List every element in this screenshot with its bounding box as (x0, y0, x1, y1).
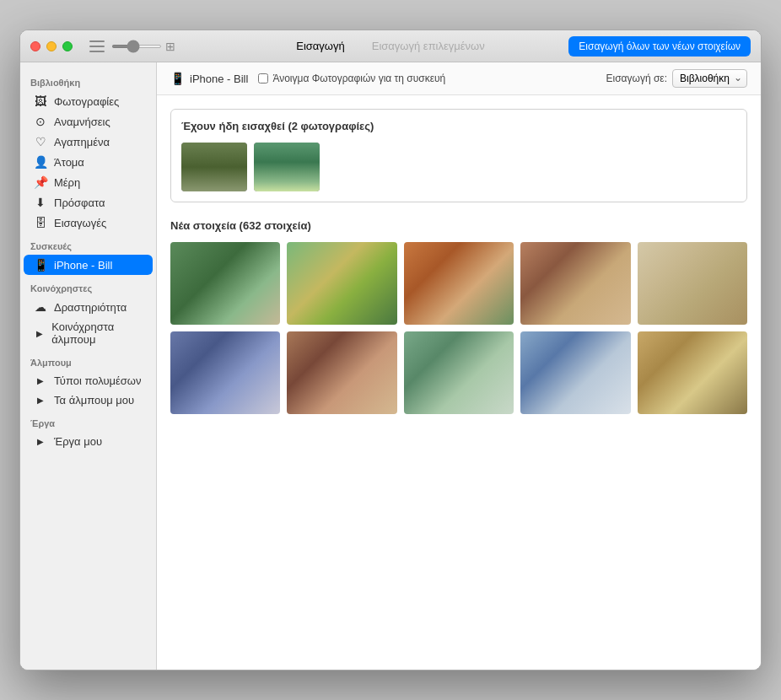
device-phone-icon: 📱 (170, 72, 185, 85)
memories-icon: ⊙ (34, 115, 47, 128)
open-photos-checkbox-label[interactable]: Άνοιγμα Φωτογραφιών για τη συσκευή (258, 73, 445, 84)
recents-icon: ⬇ (34, 196, 47, 209)
sidebar-item-favorites-label: Αγαπημένα (54, 136, 110, 148)
import-all-button[interactable]: Εισαγωγή όλων των νέων στοιχείων (568, 36, 751, 57)
new-photo-10[interactable] (638, 331, 747, 414)
sidebar-item-photos-label: Φωτογραφίες (54, 95, 119, 108)
import-to-control: Εισαγωγή σε: Βιβλιοθήκη (606, 69, 747, 88)
new-photo-5[interactable] (638, 242, 747, 325)
tab-import[interactable]: Εισαγωγή (283, 36, 358, 56)
tab-import-selected[interactable]: Εισαγωγή επιλεγμένων (358, 36, 498, 56)
sidebar-item-imports-label: Εισαγωγές (54, 217, 106, 229)
new-photo-6[interactable] (170, 331, 280, 414)
open-photos-label-text: Άνοιγμα Φωτογραφιών για τη συσκευή (272, 73, 445, 84)
new-items-header: Νέα στοιχεία (632 στοιχεία) (170, 219, 747, 232)
new-photo-4[interactable] (520, 242, 630, 325)
sidebar-item-photos[interactable]: 🖼 Φωτογραφίες (24, 91, 153, 111)
sidebar-item-shared-albums-label: Κοινόχρηστα άλμπουμ (51, 320, 143, 346)
my-projects-icon: ▶ (34, 437, 47, 446)
sidebar-item-people-label: Άτομα (54, 156, 84, 169)
sidebar-item-favorites[interactable]: ♡ Αγαπημένα (24, 132, 153, 152)
imports-icon: 🗄 (34, 216, 47, 229)
main-area: Βιβλιοθήκη 🖼 Φωτογραφίες ⊙ Αναμνήσεις ♡ … (20, 62, 761, 670)
titlebar-tabs: Εισαγωγή Εισαγωγή επιλεγμένων (283, 36, 498, 56)
main-window: ⊞ Εισαγωγή Εισαγωγή επιλεγμένων Εισαγωγή… (19, 30, 762, 670)
maximize-button[interactable] (62, 41, 73, 51)
photos-icon: 🖼 (34, 94, 47, 108)
new-photo-8[interactable] (404, 331, 514, 414)
already-imported-section: Έχουν ήδη εισαχθεί (2 φωτογραφίες) (170, 109, 747, 202)
sidebar-item-my-albums[interactable]: ▶ Τα άλμπουμ μου (24, 390, 153, 410)
iphone-icon: 📱 (34, 258, 47, 272)
shared-albums-icon: ▶ (34, 329, 45, 338)
minimize-button[interactable] (46, 41, 57, 51)
new-items-section: Νέα στοιχεία (632 στοιχεία) (170, 219, 747, 414)
activity-icon: ☁ (34, 300, 47, 314)
sidebar-item-iphone-bill[interactable]: 📱 iPhone - Bill (24, 255, 153, 275)
sidebar-item-my-projects[interactable]: ▶ Έργα μου (24, 432, 153, 451)
sidebar-item-imports[interactable]: 🗄 Εισαγωγές (24, 213, 153, 233)
import-to-text: Εισαγωγή σε: (606, 73, 667, 84)
sidebar-item-iphone-label: iPhone - Bill (54, 259, 112, 272)
new-photo-1[interactable] (170, 242, 280, 325)
sidebar-section-projects: Έργα (20, 410, 156, 432)
traffic-lights (30, 41, 73, 51)
already-imported-photo-2[interactable] (254, 143, 320, 191)
zoom-slider-control (111, 45, 162, 48)
sidebar-section-library: Βιβλιοθήκη (20, 69, 156, 91)
sidebar-item-activity-label: Δραστηριότητα (54, 301, 127, 314)
new-photo-3[interactable] (404, 242, 514, 325)
open-photos-checkbox[interactable] (258, 73, 268, 83)
sidebar-section-devices: Συσκευές (20, 233, 156, 255)
people-icon: 👤 (34, 155, 47, 169)
sidebar-item-people[interactable]: 👤 Άτομα (24, 152, 153, 172)
content-area: 📱 iPhone - Bill Άνοιγμα Φωτογραφιών για … (157, 62, 761, 670)
already-imported-grid (181, 143, 736, 191)
favorites-icon: ♡ (34, 135, 47, 148)
import-to-select-wrapper: Βιβλιοθήκη (672, 69, 747, 88)
import-to-select[interactable]: Βιβλιοθήκη (672, 69, 747, 88)
sidebar-item-memories[interactable]: ⊙ Αναμνήσεις (24, 111, 153, 132)
already-photo-placeholder-2 (254, 143, 320, 191)
sidebar-item-my-projects-label: Έργα μου (54, 435, 102, 448)
expand-icon[interactable]: ⊞ (165, 40, 175, 53)
sidebar-item-recents[interactable]: ⬇ Πρόσφατα (24, 192, 153, 213)
device-label: 📱 iPhone - Bill (170, 72, 248, 85)
places-icon: 📌 (34, 175, 47, 189)
new-photo-9[interactable] (520, 331, 630, 414)
sidebar-item-recents-label: Πρόσφατα (54, 197, 105, 209)
sidebar-item-media-types[interactable]: ▶ Τύποι πολυμέσων (24, 371, 153, 390)
new-photo-2[interactable] (287, 242, 396, 325)
photos-content: Έχουν ήδη εισαχθεί (2 φωτογραφίες) Νέα σ… (157, 95, 761, 670)
sidebar-item-memories-label: Αναμνήσεις (54, 116, 110, 128)
already-photo-placeholder-1 (181, 143, 247, 191)
sidebar-toggle-button[interactable] (89, 40, 105, 52)
sidebar-item-places[interactable]: 📌 Μέρη (24, 172, 153, 192)
close-button[interactable] (30, 41, 40, 51)
sidebar-item-media-types-label: Τύποι πολυμέσων (54, 374, 141, 387)
new-photo-7[interactable] (287, 331, 396, 414)
sidebar-section-albums: Άλμπουμ (20, 349, 156, 371)
sidebar-item-my-albums-label: Τα άλμπουμ μου (54, 394, 134, 407)
sidebar-item-places-label: Μέρη (54, 176, 80, 189)
content-toolbar: 📱 iPhone - Bill Άνοιγμα Φωτογραφιών για … (157, 62, 761, 95)
sidebar-item-shared-albums[interactable]: ▶ Κοινόχρηστα άλμπουμ (24, 317, 153, 349)
titlebar: ⊞ Εισαγωγή Εισαγωγή επιλεγμένων Εισαγωγή… (20, 30, 761, 62)
device-name-label: iPhone - Bill (190, 73, 248, 85)
new-items-grid (170, 242, 747, 414)
already-imported-header: Έχουν ήδη εισαχθεί (2 φωτογραφίες) (181, 120, 736, 132)
sidebar: Βιβλιοθήκη 🖼 Φωτογραφίες ⊙ Αναμνήσεις ♡ … (20, 62, 157, 670)
media-types-icon: ▶ (34, 376, 47, 385)
zoom-slider[interactable] (111, 45, 162, 48)
sidebar-section-shared: Κοινόχρηστες (20, 275, 156, 297)
my-albums-icon: ▶ (34, 396, 47, 405)
sidebar-item-activity[interactable]: ☁ Δραστηριότητα (24, 297, 153, 317)
already-imported-photo-1[interactable] (181, 143, 247, 191)
